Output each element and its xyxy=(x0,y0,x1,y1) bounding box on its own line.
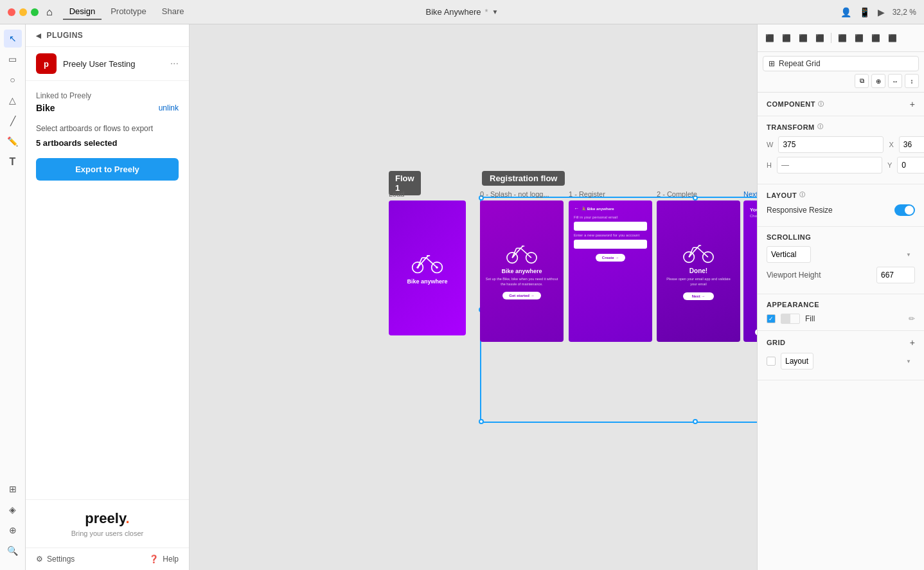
export-button[interactable]: Export to Preely xyxy=(36,158,179,181)
fill-swatch[interactable] xyxy=(781,314,800,324)
register-label2: Enter a new password for you account xyxy=(574,233,647,237)
layers-icon[interactable]: ⊞ xyxy=(4,480,22,498)
linked-label: Linked to Preely xyxy=(36,91,179,100)
preely-logo: preely. xyxy=(85,510,129,527)
tab-share[interactable]: Share xyxy=(155,4,191,20)
register-input1[interactable] xyxy=(574,222,647,231)
splash-subtitle: Set up the Bike, bike when you need it w… xyxy=(485,277,558,287)
bike-illustration xyxy=(411,252,443,274)
artboard-complete[interactable]: Done! Please open your email app and val… xyxy=(657,200,740,342)
unlink-button[interactable]: unlink xyxy=(159,103,179,112)
repeat-grid-button[interactable]: ⊞ Repeat Grid xyxy=(763,56,919,71)
register-btn[interactable]: Create → xyxy=(596,254,625,262)
fill-checkbox[interactable]: ✓ xyxy=(767,314,776,323)
align-bottom-icon[interactable]: ⬛ xyxy=(869,31,883,45)
layout-toolbar: ⊞ Repeat Grid ⧉ ⊕ ↔ ↕ xyxy=(758,52,924,93)
artboard-splash[interactable]: Bike anywhere Set up the Bike, bike when… xyxy=(480,200,564,342)
appearance-header: APPEARANCE xyxy=(767,301,915,308)
artboard-splash-label: 0 - Splash - not logg... xyxy=(480,190,564,198)
device-icon[interactable]: 📱 xyxy=(859,7,870,17)
artboard-register[interactable]: ← 🚴 Bike anywhere Fill in your personal … xyxy=(569,200,652,342)
artboard-load[interactable]: Bike anywhere xyxy=(389,200,466,335)
responsive-resize-label: Responsive Resize xyxy=(767,206,889,215)
line-tool[interactable]: ╱ xyxy=(4,112,22,130)
responsive-resize-toggle[interactable] xyxy=(894,204,915,216)
plugin-logo: p xyxy=(36,53,57,74)
handle-bl xyxy=(479,419,484,424)
height-input[interactable] xyxy=(777,157,882,174)
artboard-next-label: Next xyxy=(743,190,757,198)
splash-title: Bike anywhere xyxy=(501,268,542,274)
align-right-icon[interactable]: ⬛ xyxy=(796,31,810,45)
back-arrow-icon[interactable]: ◀ xyxy=(36,32,42,39)
pen-tool[interactable]: ✏️ xyxy=(4,132,22,150)
copy-icons-group: ⧉ ⊕ ↔ ↕ xyxy=(855,74,919,88)
artboard-register-group: 1 - Register ← 🚴 Bike anywhere Fill in y… xyxy=(569,190,652,342)
grid-title: GRID xyxy=(767,339,786,346)
scrolling-chevron-icon: ▼ xyxy=(906,252,911,258)
plugin-item-preely[interactable]: p Preely User Testing ··· xyxy=(26,47,189,81)
height-label: H xyxy=(767,161,772,169)
artboard-next[interactable]: Your bike Choose your bike ↓ Small Mediu… xyxy=(743,200,757,342)
play-icon[interactable]: ▶ xyxy=(878,7,885,17)
zoom-level[interactable]: 32,2 % xyxy=(893,8,916,17)
scrolling-header: SCROLLING xyxy=(767,233,915,241)
grid-header: GRID + xyxy=(767,337,915,348)
tab-prototype[interactable]: Prototype xyxy=(104,4,153,20)
title-dropdown-icon[interactable]: ▼ xyxy=(492,8,499,15)
help-item[interactable]: ❓ Help xyxy=(149,555,179,564)
x-label: X xyxy=(889,141,893,148)
complete-btn[interactable]: Next → xyxy=(683,292,715,300)
maximize-button[interactable] xyxy=(31,8,39,16)
grid-checkbox[interactable] xyxy=(767,357,776,366)
canvas[interactable]: Flow 1 Load Bike anywhere xyxy=(190,24,757,570)
align-top2-icon[interactable]: ⬛ xyxy=(835,31,849,45)
rectangle-tool[interactable]: ▭ xyxy=(4,50,22,68)
scrolling-select[interactable]: Vertical Horizontal None xyxy=(767,246,811,263)
tab-design[interactable]: Design xyxy=(63,4,102,20)
align-center-h-icon[interactable]: ⬛ xyxy=(779,31,794,45)
splash-btn[interactable]: Get started → xyxy=(502,292,540,299)
component-add-button[interactable]: + xyxy=(910,99,915,109)
width-input[interactable] xyxy=(778,136,884,153)
close-button[interactable] xyxy=(8,8,15,16)
fill-edit-icon[interactable]: ✏ xyxy=(909,314,915,323)
select-tool[interactable]: ↖ xyxy=(4,30,22,48)
minimize-button[interactable] xyxy=(19,8,27,16)
complete-bike-icon xyxy=(682,242,715,263)
document-title: Bike Anywhere * ▼ xyxy=(426,7,499,17)
text-tool[interactable]: T xyxy=(4,153,22,171)
copy-icon-3[interactable]: ↔ xyxy=(888,74,902,88)
assets-icon[interactable]: ◈ xyxy=(4,501,22,519)
plugins-icon[interactable]: ⊕ xyxy=(4,521,22,539)
screen1-text: Bike anywhere xyxy=(407,278,447,285)
copy-icon-1[interactable]: ⧉ xyxy=(855,74,869,88)
grid-add-button[interactable]: + xyxy=(910,337,915,348)
plugin-more-icon[interactable]: ··· xyxy=(170,58,179,69)
user-icon[interactable]: 👤 xyxy=(840,7,851,17)
align-top-icon[interactable]: ⬛ xyxy=(813,31,827,45)
layout-header: LAYOUT ⓘ xyxy=(767,191,915,199)
scrolling-select-container: Vertical Horizontal None ▼ xyxy=(767,246,915,263)
viewport-height-input[interactable] xyxy=(876,267,915,283)
fill-row: ✓ Fill ✏ xyxy=(767,314,915,324)
copy-icon-2[interactable]: ⊕ xyxy=(871,74,885,88)
transform-info-icon: ⓘ xyxy=(817,123,824,131)
x-input[interactable] xyxy=(899,136,924,153)
ellipse-tool[interactable]: ○ xyxy=(4,71,22,89)
align-middle-icon[interactable]: ⬛ xyxy=(852,31,866,45)
triangle-tool[interactable]: △ xyxy=(4,91,22,109)
settings-item[interactable]: ⚙ Settings xyxy=(36,555,75,564)
handle-bm xyxy=(693,419,698,424)
register-input2[interactable] xyxy=(574,240,647,249)
home-icon[interactable]: ⌂ xyxy=(46,6,53,18)
align-left-icon[interactable]: ⬛ xyxy=(763,31,777,45)
y-input[interactable] xyxy=(897,157,924,174)
copy-icon-4[interactable]: ↕ xyxy=(905,74,919,88)
search-icon[interactable]: 🔍 xyxy=(4,542,22,560)
align-justify-icon[interactable]: ⬛ xyxy=(885,31,900,45)
next-sm[interactable]: Small xyxy=(755,329,757,335)
flow2-label-container: Registration flow xyxy=(482,171,565,186)
layout-select[interactable]: Layout Grid xyxy=(781,353,813,370)
register-label1: Fill in your personal email xyxy=(574,215,647,219)
